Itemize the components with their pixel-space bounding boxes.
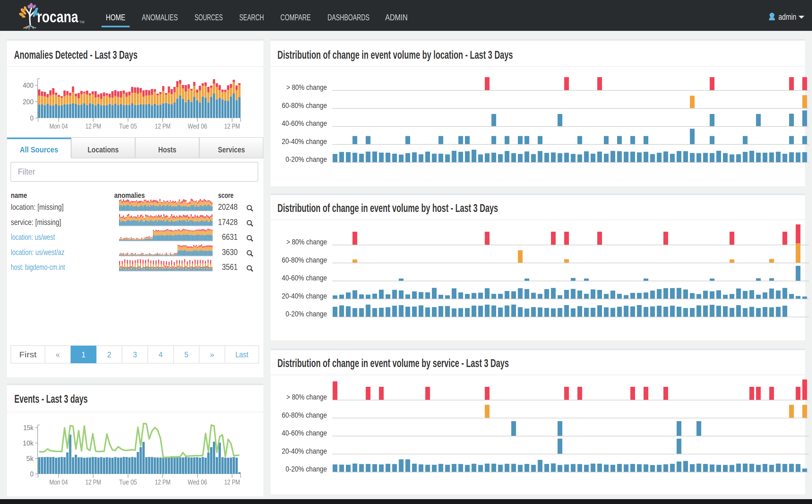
svg-text:> 80% change: > 80% change	[286, 393, 327, 401]
svg-text:DASHBOARDS: DASHBOARDS	[328, 12, 369, 22]
svg-text:12 PM: 12 PM	[86, 478, 101, 486]
svg-text:0: 0	[30, 114, 34, 122]
svg-text:40-60% change: 40-60% change	[282, 274, 327, 282]
svg-text:40-60% change: 40-60% change	[282, 429, 327, 437]
svg-text:12 PM: 12 PM	[155, 478, 171, 486]
svg-text:COMPARE: COMPARE	[280, 12, 311, 22]
svg-text:Wed 06: Wed 06	[188, 478, 207, 486]
svg-text:20-40% change: 20-40% change	[282, 292, 327, 300]
svg-text:Distribution of change in even: Distribution of change in event volume b…	[277, 357, 509, 369]
svg-text:ADMIN: ADMIN	[385, 12, 408, 22]
svg-text:»: »	[210, 350, 214, 359]
svg-text:5: 5	[184, 350, 188, 359]
svg-text:All Sources: All Sources	[20, 145, 58, 154]
svg-text:Events - Last 3 days: Events - Last 3 days	[14, 392, 88, 405]
svg-text:HOME: HOME	[106, 12, 125, 22]
svg-text:0-20% change: 0-20% change	[286, 310, 327, 318]
svg-text:First: First	[19, 350, 37, 359]
svg-text:200: 200	[23, 98, 34, 106]
svg-text:5k: 5k	[26, 454, 34, 463]
svg-text:2: 2	[107, 350, 111, 359]
svg-text:Anomalies Detected - Last 3 Da: Anomalies Detected - Last 3 Days	[14, 48, 137, 61]
svg-text:TM: TM	[79, 20, 84, 24]
svg-text:Mon 04: Mon 04	[50, 478, 68, 486]
svg-text:1: 1	[81, 350, 86, 359]
svg-text:15k: 15k	[23, 424, 34, 432]
svg-text:20248: 20248	[218, 202, 238, 212]
svg-text:3630: 3630	[222, 247, 238, 257]
svg-text:name: name	[11, 191, 27, 199]
svg-text:Mon 04: Mon 04	[50, 122, 68, 130]
svg-text:Distribution of change in even: Distribution of change in event volume b…	[277, 48, 513, 61]
svg-text:4: 4	[159, 350, 163, 359]
svg-text:0-20% change: 0-20% change	[286, 155, 327, 163]
svg-text:400: 400	[23, 81, 34, 89]
svg-text:> 80% change: > 80% change	[286, 238, 327, 246]
svg-text:6631: 6631	[222, 232, 238, 242]
svg-text:location: us/west/az: location: us/west/az	[11, 248, 64, 257]
svg-text:60-80% change: 60-80% change	[282, 256, 327, 264]
svg-text:3: 3	[133, 350, 137, 359]
svg-text:ANOMALIES: ANOMALIES	[142, 12, 178, 22]
svg-text:60-80% change: 60-80% change	[282, 101, 327, 110]
svg-text:10k: 10k	[23, 439, 34, 447]
svg-text:Filter: Filter	[18, 167, 35, 176]
svg-text:score: score	[218, 191, 234, 199]
svg-text:20-40% change: 20-40% change	[282, 137, 327, 146]
svg-text:0-20% change: 0-20% change	[286, 465, 327, 473]
svg-text:Services: Services	[218, 145, 245, 154]
svg-text:60-80% change: 60-80% change	[282, 411, 327, 419]
svg-text:host: bigdemo-cm.int: host: bigdemo-cm.int	[11, 263, 65, 271]
svg-text:Tue 05: Tue 05	[119, 478, 137, 486]
svg-text:Locations: Locations	[88, 145, 119, 154]
svg-text:12 PM: 12 PM	[155, 122, 171, 130]
svg-text:20-40% change: 20-40% change	[282, 447, 327, 455]
svg-text:17428: 17428	[218, 217, 238, 227]
svg-text:Wed 06: Wed 06	[188, 122, 207, 130]
svg-text:12 PM: 12 PM	[224, 478, 240, 486]
svg-text:rocana: rocana	[37, 8, 78, 26]
svg-text:3561: 3561	[222, 262, 238, 272]
svg-text:Tue 05: Tue 05	[119, 122, 137, 130]
svg-text:0: 0	[30, 470, 34, 478]
svg-text:Hosts: Hosts	[158, 145, 176, 154]
svg-text:40-60% change: 40-60% change	[282, 119, 327, 127]
svg-text:> 80% change: > 80% change	[286, 83, 327, 91]
svg-text:SEARCH: SEARCH	[239, 12, 264, 22]
svg-text:12 PM: 12 PM	[86, 122, 101, 130]
svg-text:«: «	[56, 350, 60, 359]
svg-text:location: [missing]: location: [missing]	[11, 202, 64, 211]
svg-text:Last: Last	[235, 350, 249, 359]
svg-text:service: [missing]: service: [missing]	[11, 218, 61, 227]
svg-text:location: us/west: location: us/west	[11, 233, 55, 241]
svg-text:SOURCES: SOURCES	[195, 12, 223, 22]
svg-text:12 PM: 12 PM	[224, 122, 240, 130]
svg-text:anomalies: anomalies	[114, 191, 145, 199]
svg-text:admin: admin	[778, 12, 796, 22]
svg-text:Distribution of change in even: Distribution of change in event volume b…	[277, 202, 498, 214]
